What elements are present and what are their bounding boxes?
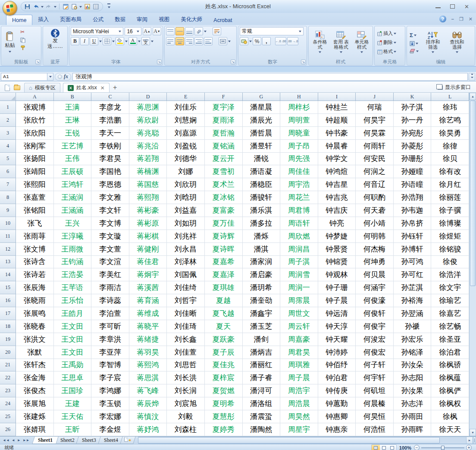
cell-I3[interactable]: 钟书豪: [318, 127, 356, 140]
cell-K14[interactable]: 孙可红: [394, 268, 432, 281]
row-header-17[interactable]: 17: [0, 307, 16, 320]
cell-I19[interactable]: 钟天耀: [318, 333, 356, 346]
row-header-3[interactable]: 3: [0, 127, 16, 140]
cell-J26[interactable]: 何浩恒: [356, 423, 394, 436]
insert-function-button[interactable]: fx: [64, 73, 68, 80]
cell-F3[interactable]: 夏哲瀚: [205, 127, 243, 140]
cell-J25[interactable]: 何昊恒: [356, 410, 394, 423]
ribbon-tab-6[interactable]: 视图: [153, 14, 175, 25]
cell-G20[interactable]: 潘炳吉: [243, 346, 281, 359]
cell-K25[interactable]: 孙雨田: [394, 410, 432, 423]
cell-L26[interactable]: 徐天天: [431, 423, 469, 436]
cell-J17[interactable]: 何俊轩: [356, 307, 394, 320]
cell-L7[interactable]: 徐月红: [431, 178, 469, 191]
cell-D23[interactable]: 蒋飞峰: [129, 384, 167, 397]
cell-I7[interactable]: 钟吉星: [318, 178, 356, 191]
maximize-icon[interactable]: [450, 3, 455, 10]
cell-B17[interactable]: 王皓月: [54, 307, 92, 320]
cell-J12[interactable]: 何杰梅: [356, 243, 394, 256]
cell-E23[interactable]: 刘长润: [167, 384, 205, 397]
cell-J23[interactable]: 何矶坦: [356, 384, 394, 397]
ribbon-tab-4[interactable]: 数据: [109, 14, 131, 25]
cell-F12[interactable]: 夏诗晖: [205, 243, 243, 256]
cell-C19[interactable]: 李章洪: [91, 333, 129, 346]
italic-button[interactable]: I: [80, 37, 89, 45]
font-dialog-launcher[interactable]: ↘: [157, 60, 162, 64]
formula-input[interactable]: 张观博: [72, 73, 468, 81]
cell-C14[interactable]: 李美红: [91, 268, 129, 281]
bluetooth-send-button[interactable]: 发送……: [44, 27, 66, 50]
cell-G18[interactable]: 潘玉芝: [243, 320, 281, 333]
zoom-in-button[interactable]: +: [466, 445, 472, 450]
row-header-13[interactable]: 13: [0, 256, 16, 269]
cell-K10[interactable]: 孙帛挤: [394, 217, 432, 230]
cell-K22[interactable]: 孙志阳: [394, 371, 432, 384]
cell-E12[interactable]: 刘永昌: [167, 243, 205, 256]
cell-F19[interactable]: 夏跃豪: [205, 333, 243, 346]
format-cells-dropdown[interactable]: [394, 51, 396, 54]
cell-J19[interactable]: 何浚宏: [356, 333, 394, 346]
cell-F16[interactable]: 夏越: [205, 294, 243, 307]
cell-K15[interactable]: 孙芷淇: [394, 281, 432, 294]
delete-cells-button[interactable]: 删除: [376, 38, 404, 47]
cell-G21[interactable]: 潘丽红: [243, 359, 281, 372]
cell-G15[interactable]: 潘玥希: [243, 281, 281, 294]
font-size-combo[interactable]: 16: [125, 27, 141, 35]
cell-J21[interactable]: 何子轩: [356, 359, 394, 372]
cell-K23[interactable]: 孙汝果: [394, 384, 432, 397]
cell-D11[interactable]: 蒋彬棋: [129, 230, 167, 243]
cell-H6[interactable]: 周佳佳: [280, 165, 318, 178]
cell-G16[interactable]: 潘奎劭: [243, 294, 281, 307]
align-center-button[interactable]: [175, 37, 184, 45]
cell-J3[interactable]: 何昊霖: [356, 127, 394, 140]
cell-E5[interactable]: 刘德华: [167, 153, 205, 166]
column-header-D[interactable]: D: [129, 93, 167, 101]
cell-C9[interactable]: 李文轩: [91, 204, 129, 217]
accounting-format-button[interactable]: [240, 37, 248, 45]
zoom-level[interactable]: 100%: [399, 445, 411, 450]
cell-E20[interactable]: 刘佳萱: [167, 346, 205, 359]
cell-D12[interactable]: 蒋健刚: [129, 243, 167, 256]
cell-L21[interactable]: 徐枫骄: [431, 359, 469, 372]
column-header-F[interactable]: F: [205, 93, 243, 101]
cell-I14[interactable]: 钟观林: [318, 268, 356, 281]
cell-K6[interactable]: 孙娅瞳: [394, 165, 432, 178]
cell-A20[interactable]: 张默: [16, 346, 54, 359]
cell-H21[interactable]: 周琪雅: [280, 359, 318, 372]
phonetic-dropdown[interactable]: [151, 41, 153, 44]
bold-button[interactable]: B: [71, 37, 79, 45]
cell-C8[interactable]: 李文雅: [91, 191, 129, 204]
horizontal-scroll-thumb[interactable]: [138, 437, 440, 444]
cell-D8[interactable]: 蒋熙翔: [129, 191, 167, 204]
cell-C15[interactable]: 李雨洁: [91, 281, 129, 294]
shrink-font-button[interactable]: A▼: [153, 27, 161, 35]
redo-icon[interactable]: [45, 3, 52, 10]
office-button[interactable]: [3, 1, 17, 16]
find-select-dropdown[interactable]: [456, 51, 458, 54]
cell-J22[interactable]: 何宇轩: [356, 371, 394, 384]
cell-B12[interactable]: 王雨微: [54, 243, 92, 256]
new-tab-button[interactable]: +: [110, 84, 120, 91]
cell-H14[interactable]: 周润雪: [280, 268, 318, 281]
cell-H8[interactable]: 周花兰: [280, 191, 318, 204]
cell-E8[interactable]: 刘晗玥: [167, 191, 205, 204]
cell-D10[interactable]: 蒋彬原: [129, 217, 167, 230]
number-dialog-launcher[interactable]: ↘: [301, 60, 306, 64]
cell-C22[interactable]: 李子宸: [91, 371, 129, 384]
cell-J8[interactable]: 何职酌: [356, 191, 394, 204]
qat-customize-button[interactable]: [107, 3, 110, 9]
cell-D18[interactable]: 蒋晓平: [129, 320, 167, 333]
cell-D5[interactable]: 蒋若翔: [129, 153, 167, 166]
sort-filter-button[interactable]: AZ 排序和 筛选: [422, 27, 444, 58]
cell-E7[interactable]: 刘欣玥: [167, 178, 205, 191]
cell-D24[interactable]: 蒋辰烨: [129, 397, 167, 410]
row-header-2[interactable]: 2: [0, 114, 16, 127]
cell-F6[interactable]: 夏雪初: [205, 165, 243, 178]
align-bottom-button[interactable]: [185, 27, 194, 35]
cell-H23[interactable]: 周浩宇: [280, 384, 318, 397]
cell-C20[interactable]: 李亚萍: [91, 346, 129, 359]
cell-C18[interactable]: 李可昕: [91, 320, 129, 333]
cell-C5[interactable]: 李君昊: [91, 153, 129, 166]
save-icon[interactable]: [24, 3, 31, 10]
column-header-B[interactable]: B: [54, 93, 92, 101]
